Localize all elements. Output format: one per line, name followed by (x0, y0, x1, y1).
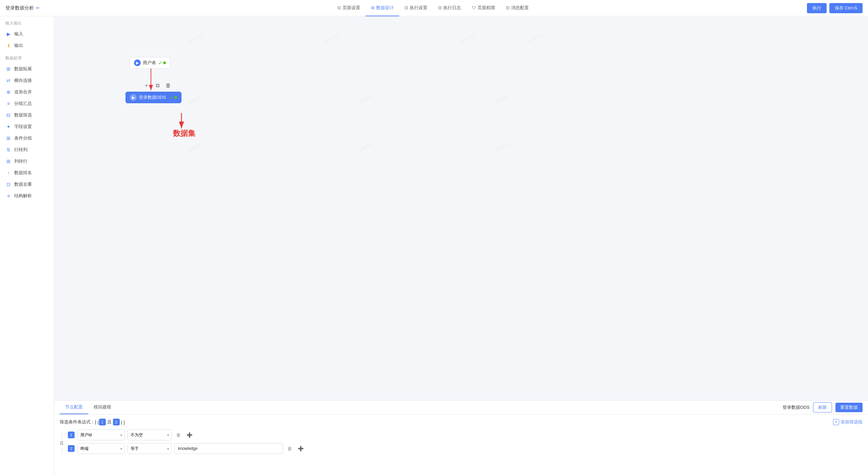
horizontal-join-icon: ⇄ (5, 77, 12, 84)
sidebar-item-append-merge[interactable]: ⊕ 追加合并 (0, 86, 54, 98)
row-delete-1[interactable]: 🗑 (174, 431, 182, 439)
filter-value-2[interactable] (174, 443, 283, 454)
ods-status: ✓ (168, 94, 177, 101)
tab-page-auth[interactable]: 🛡 页面权限 (466, 0, 501, 16)
execute-button[interactable]: 执行 (807, 3, 827, 13)
sidebar-label-cond-split: 条件分组 (14, 135, 32, 141)
filter-row-number-2: 2 (68, 445, 75, 452)
tab-msg-config[interactable]: ⊡ 消息配置 (501, 0, 534, 16)
filter-expr-and: 且 (106, 419, 113, 425)
svg-text:admin2: admin2 (188, 32, 204, 44)
node-toolbar: + ⧉ 🗑 (142, 81, 172, 90)
row-to-col-icon: ⇅ (5, 147, 12, 153)
filter-row-number-1: 1 (68, 432, 75, 438)
header-actions: 执行 保存 Ctrl+S (807, 3, 863, 13)
annotation-label: 数据集 (173, 129, 195, 138)
row-add-1[interactable]: ➕ (185, 431, 193, 439)
sidebar-item-row-to-col[interactable]: ⇅ 行转列 (0, 144, 54, 156)
ods-label: 登录数据ODS (139, 94, 166, 101)
plus-icon: + (833, 419, 839, 425)
save-button[interactable]: 保存 Ctrl+S (829, 3, 863, 13)
sidebar-item-data-expand[interactable]: ⊞ 数据拓展 (0, 63, 54, 75)
add-filter-button[interactable]: + 添加筛选组 (833, 419, 863, 425)
panel-header: 节点配置 模拟建模 登录数据ODS 刷新 重置数据 (54, 401, 868, 415)
sidebar-item-data-ranking[interactable]: ↑ 数据排名 (0, 167, 54, 179)
sidebar-label-horizontal-join: 横向连接 (14, 77, 32, 84)
node-ods[interactable]: ▶ 登录数据ODS ✓ (126, 92, 181, 103)
delete-tool-icon[interactable]: 🗑 (164, 81, 172, 90)
filter-expr-open: ( (97, 420, 99, 425)
sidebar-item-cond-split[interactable]: ⊞ 条件分组 (0, 132, 54, 144)
row-delete-2[interactable]: 🗑 (286, 444, 294, 453)
filter-expr-label: 筛选条件表达式：[ (60, 419, 97, 425)
section-io-title: 输入输出 (0, 16, 54, 28)
sidebar-item-data-filter[interactable]: ⊟ 数据筛选 (0, 109, 54, 121)
copy-tool-icon[interactable]: ⧉ (153, 81, 161, 90)
sidebar-item-field-settings[interactable]: ✦ 字段设置 (0, 121, 54, 132)
append-merge-icon: ⊕ (5, 89, 12, 95)
sidebar-item-col-to-row[interactable]: ⊞ 列转行 (0, 156, 54, 167)
tab-data-design[interactable]: ⊞ 数据设计 (366, 0, 399, 16)
filter-field-1-wrap: 用户id ▾ (77, 430, 125, 440)
sidebar-label-col-to-row: 列转行 (14, 158, 27, 164)
filter-field-2[interactable]: 终端 (77, 443, 125, 454)
tab-node-config[interactable]: 节点配置 (60, 401, 88, 414)
filter-badge-2: 2 (113, 419, 120, 425)
filter-expr-close: ) ] (120, 420, 125, 425)
right-column: admin2 admin2 admin2 admin2 admin2 admin… (54, 16, 868, 475)
sidebar-item-struct-parse[interactable]: ≡ 结构解析 (0, 190, 54, 202)
sidebar-label-data-filter: 数据筛选 (14, 112, 32, 118)
main-content: 输入输出 ▶ 输入 ℹ 输出 数据处理 ⊞ 数据拓展 ⇄ 横向连接 ⊕ 追加合并 (0, 16, 868, 475)
edit-icon[interactable]: ✏ (36, 5, 40, 11)
filter-op-1[interactable]: 不为空 (128, 430, 172, 440)
field-settings-icon: ✦ (5, 124, 12, 130)
sidebar-item-data-dedup[interactable]: ⊡ 数据去重 (0, 179, 54, 190)
sidebar-label-row-to-col: 行转列 (14, 147, 27, 153)
tab-exec-settings[interactable]: ⊡ 执行设置 (399, 0, 433, 16)
svg-text:admin2: admin2 (358, 141, 374, 153)
panel-content: 筛选条件表达式：[ ( 1 且 2 ) ] + 添加筛选组 (54, 415, 868, 475)
sidebar-item-horizontal-join[interactable]: ⇄ 横向连接 (0, 75, 54, 86)
ods-status-dot (174, 96, 177, 99)
sidebar-label-append-merge: 追加合并 (14, 89, 32, 95)
annotation-container: 数据集 (173, 128, 195, 139)
refresh-button[interactable]: 刷新 (813, 402, 832, 413)
sidebar-item-input[interactable]: ▶ 输入 (0, 28, 54, 40)
tab-mock[interactable]: 模拟建模 (88, 401, 117, 414)
svg-text:admin2: admin2 (459, 32, 476, 44)
sidebar-label-data-expand: 数据拓展 (14, 66, 32, 72)
header: 登录数据分析 ✏ ⊡ 页面设置 ⊞ 数据设计 ⊡ 执行设置 ⊡ 执行日志 🛡 页 (0, 0, 868, 16)
filter-rows: 1 用户id ▾ 不为空 (68, 430, 863, 454)
sidebar-label-struct-parse: 结构解析 (14, 193, 32, 199)
row-add-2[interactable]: ➕ (296, 444, 305, 453)
add-filter-label: 添加筛选组 (841, 419, 863, 425)
sidebar-label-data-ranking: 数据排名 (14, 170, 32, 176)
add-tool-icon[interactable]: + (142, 81, 151, 90)
svg-text:admin2: admin2 (188, 93, 204, 106)
status-dot (163, 61, 166, 64)
canvas-area: admin2 admin2 admin2 admin2 admin2 admin… (54, 16, 868, 400)
reset-button[interactable]: 重置数据 (835, 403, 863, 412)
sidebar-item-output[interactable]: ℹ 输出 (0, 40, 54, 51)
filter-rows-wrapper: 且 1 用户id ▾ (60, 430, 863, 454)
watermarks-svg: admin2 admin2 admin2 admin2 admin2 admin… (54, 16, 868, 400)
sidebar-item-group-summary[interactable]: ≡ 分组汇总 (0, 98, 54, 109)
filter-field-1[interactable]: 用户id (77, 430, 125, 440)
filter-op-1-wrap: 不为空 ▾ (128, 430, 172, 440)
filter-badge-1: 1 (99, 419, 106, 425)
tab-page-settings[interactable]: ⊡ 页面设置 (332, 0, 366, 16)
filter-op-2[interactable]: 等于 (128, 443, 172, 454)
node-user-table[interactable]: ▶ 用户表 ✓ (130, 57, 170, 69)
exec-settings-icon: ⊡ (405, 5, 408, 10)
exec-log-icon: ⊡ (438, 5, 442, 10)
page-auth-icon: 🛡 (472, 5, 476, 10)
ods-node-icon: ▶ (130, 94, 137, 101)
section-processing-title: 数据处理 (0, 51, 54, 63)
svg-text:admin2: admin2 (493, 141, 509, 153)
panel-right: 登录数据ODS 刷新 重置数据 (783, 402, 863, 413)
sidebar: 输入输出 ▶ 输入 ℹ 输出 数据处理 ⊞ 数据拓展 ⇄ 横向连接 ⊕ 追加合并 (0, 16, 54, 475)
tab-exec-log[interactable]: ⊡ 执行日志 (433, 0, 466, 16)
group-summary-icon: ≡ (5, 101, 12, 107)
nav-label-page-auth: 页面权限 (478, 5, 495, 11)
user-table-node-icon: ▶ (134, 59, 141, 66)
